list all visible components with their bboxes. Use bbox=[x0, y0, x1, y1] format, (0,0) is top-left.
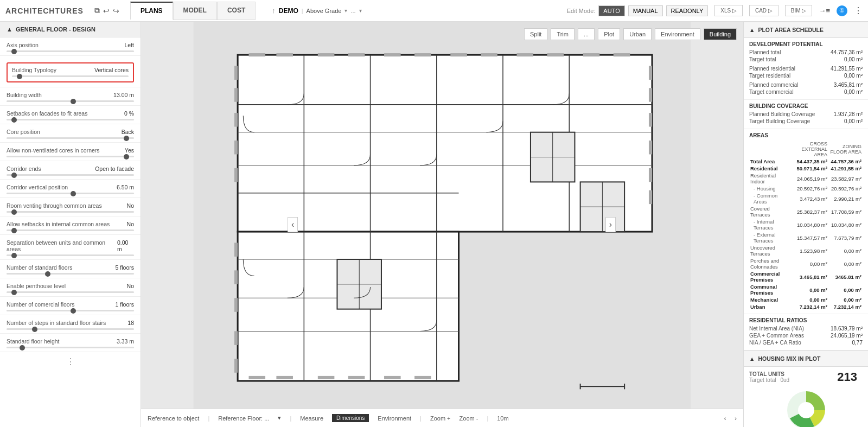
total-units-label: TOTAL UNITS bbox=[749, 371, 789, 377]
bim-button[interactable]: BIM ▷ bbox=[785, 5, 813, 16]
axis-position-slider[interactable] bbox=[7, 50, 134, 52]
nav-prev-arrow[interactable]: ‹ bbox=[724, 415, 726, 422]
scroll-down-indicator: ⋮ bbox=[0, 352, 141, 371]
separation-slider[interactable] bbox=[7, 254, 134, 256]
svg-rect-36 bbox=[583, 53, 600, 56]
ellipsis-button[interactable]: ... bbox=[578, 28, 595, 40]
xls-button[interactable]: XLS ▷ bbox=[714, 5, 743, 16]
zoom-in-button[interactable]: Zoom + bbox=[430, 415, 451, 422]
environment-bottom-button[interactable]: Environment bbox=[378, 415, 411, 422]
collapse-icon[interactable]: ▲ bbox=[7, 26, 12, 33]
svg-rect-38 bbox=[249, 376, 266, 379]
tab-cost[interactable]: COST bbox=[217, 2, 256, 20]
measure-button[interactable]: Measure bbox=[300, 415, 323, 422]
more-icon[interactable]: ⋮ bbox=[854, 5, 863, 16]
plot-button[interactable]: Plot bbox=[598, 28, 620, 40]
reference-floor-dropdown[interactable]: ▾ bbox=[278, 415, 281, 422]
reference-object[interactable]: Reference to object bbox=[148, 415, 199, 422]
room-venting-slider[interactable] bbox=[7, 211, 134, 213]
grade-dropdown-icon[interactable]: ▾ bbox=[344, 8, 347, 14]
target-residential-label: Target residential bbox=[749, 73, 825, 79]
plot-collapse-icon[interactable]: ▲ bbox=[749, 27, 755, 33]
penthouse-slider[interactable] bbox=[7, 291, 134, 293]
cad-button[interactable]: CAD ▷ bbox=[749, 5, 778, 16]
housing-label: - Housing bbox=[749, 185, 790, 192]
corridor-vertical-section: Corridor vertical position 6.50 m bbox=[0, 180, 141, 198]
corridor-ends-slider[interactable] bbox=[7, 174, 134, 176]
environment-button[interactable]: Environment bbox=[655, 28, 700, 40]
covered-terraces-v2: 17.708,59 m² bbox=[828, 205, 863, 218]
standard-floors-slider[interactable] bbox=[7, 273, 134, 275]
residential-v1: 50.971,54 m² bbox=[790, 165, 828, 172]
svg-rect-46 bbox=[649, 113, 652, 126]
steps-section: Number of steps in standard floor stairs… bbox=[0, 315, 141, 334]
room-venting-section: Room venting through common areas No bbox=[0, 198, 141, 216]
separation-section: Separation between units and common area… bbox=[0, 235, 141, 260]
housing-mix-collapse-icon[interactable]: ▲ bbox=[749, 355, 755, 362]
svg-rect-53 bbox=[234, 141, 238, 154]
residential-row: Residential 50.971,54 m² 41.291,55 m² bbox=[749, 165, 863, 172]
main-content: ▲ GENERAL FLOOR - DESIGN Axis position L… bbox=[0, 22, 868, 427]
planned-residential-value: 41.291,55 m² bbox=[825, 66, 863, 72]
redo-icon[interactable]: ↪ bbox=[113, 7, 119, 15]
floor-height-slider[interactable] bbox=[7, 347, 134, 348]
zoom-out-button[interactable]: Zoom - bbox=[459, 415, 478, 422]
planned-coverage-label: Planned Building Coverage bbox=[749, 111, 825, 117]
building-typology-value: Vertical cores bbox=[94, 67, 129, 73]
building-typology-slider[interactable] bbox=[12, 75, 129, 77]
plot-area-schedule-title: PLOT AREA SCHEDULE bbox=[758, 27, 824, 33]
internal-terraces-v1: 10.034,80 m² bbox=[790, 218, 828, 231]
allow-setbacks-label: Allow setbacks in internal common areas bbox=[7, 221, 110, 227]
target-total-label: Target total bbox=[749, 56, 825, 62]
areas-title: AREAS bbox=[749, 132, 863, 138]
uncovered-terraces-row: Uncovered Terraces 1.523,98 m² 0,00 m² bbox=[749, 244, 863, 257]
commercial-premises-v1: 3.465,81 m² bbox=[790, 270, 828, 283]
setbacks-slider[interactable] bbox=[7, 119, 134, 120]
trim-button[interactable]: Trim bbox=[551, 28, 575, 40]
user-icon[interactable]: ① bbox=[837, 5, 847, 16]
arrow-icon[interactable]: →≡ bbox=[819, 7, 830, 15]
building-typology-section: Building Typology Vertical cores bbox=[0, 56, 141, 87]
grade-dropdown[interactable]: Above Grade bbox=[307, 8, 342, 14]
core-position-slider[interactable] bbox=[7, 137, 134, 139]
floor-height-section: Standard floor height 3.33 m bbox=[0, 334, 141, 352]
steps-slider[interactable] bbox=[7, 328, 134, 330]
nav-right-arrow[interactable]: › bbox=[605, 217, 616, 232]
edit-mode-manual[interactable]: MANUAL bbox=[628, 5, 663, 16]
demo-label: DEMO bbox=[279, 7, 298, 15]
allow-setbacks-slider[interactable] bbox=[7, 230, 134, 231]
target-commercial-label: Target commercial bbox=[749, 89, 825, 95]
residential-ratios-section: RESIDENTIAL RATIOS Net Internal Area (NI… bbox=[744, 314, 868, 350]
reference-floor[interactable]: Reference Floor: ... bbox=[218, 415, 269, 422]
commercial-floors-slider[interactable] bbox=[7, 310, 134, 311]
non-ventilated-slider[interactable] bbox=[7, 156, 134, 157]
svg-rect-47 bbox=[649, 141, 652, 154]
steps-label: Number of steps in standard floor stairs bbox=[7, 320, 106, 326]
more-dropdown[interactable]: ▾ bbox=[359, 8, 362, 14]
svg-rect-49 bbox=[649, 190, 652, 204]
building-width-slider[interactable] bbox=[7, 100, 134, 102]
edit-mode-auto[interactable]: AUTO bbox=[598, 5, 624, 16]
porches-v1: 0,00 m² bbox=[790, 257, 828, 270]
urban-row: Urban 7.232,14 m² 7.232,14 m² bbox=[749, 303, 863, 310]
dimensions-button[interactable]: Dimensions bbox=[332, 414, 369, 422]
common-areas-label: - Common Areas bbox=[749, 192, 790, 205]
edit-mode-readonly[interactable]: READONLY bbox=[666, 5, 709, 16]
mechanical-v1: 0,00 m² bbox=[790, 296, 828, 303]
building-button[interactable]: Building bbox=[704, 28, 737, 40]
nav-left-arrow[interactable]: ‹ bbox=[288, 217, 298, 232]
tab-model[interactable]: MODEL bbox=[173, 2, 217, 20]
copy-icon[interactable]: ⧉ bbox=[94, 6, 100, 15]
nav-next-arrow[interactable]: › bbox=[735, 415, 737, 422]
commercial-premises-label: Commercial Premises bbox=[749, 270, 790, 283]
standard-floors-section: Number of standard floors 5 floors bbox=[0, 260, 141, 278]
nia-label: Net Internal Area (NIA) bbox=[749, 326, 825, 332]
split-button[interactable]: Split bbox=[524, 28, 547, 40]
urban-button[interactable]: Urban bbox=[623, 28, 652, 40]
svg-point-64 bbox=[798, 402, 814, 418]
gea-label: GEA + Common Areas bbox=[749, 333, 825, 339]
corridor-vertical-slider[interactable] bbox=[7, 193, 134, 194]
svg-rect-30 bbox=[384, 53, 401, 56]
undo-icon[interactable]: ↩ bbox=[103, 7, 110, 15]
tab-plans[interactable]: PLANS bbox=[130, 2, 173, 20]
